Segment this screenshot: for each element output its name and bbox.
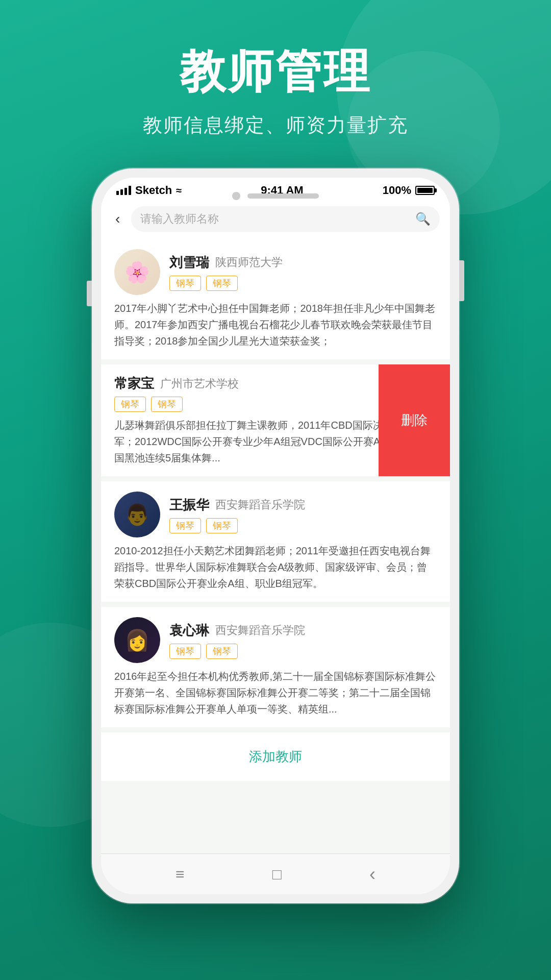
tag: 钢琴 — [151, 397, 183, 412]
teacher-info: 王振华 西安舞蹈音乐学院 钢琴 钢琴 — [169, 496, 437, 533]
search-bar: ‹ 请输入教师名称 🔍 — [101, 201, 450, 239]
battery-percent: 100% — [383, 184, 411, 197]
status-left: Sketch ≈ — [116, 184, 182, 197]
avatar: 👨 — [114, 492, 160, 537]
page-subtitle: 教师信息绑定、师资力量扩充 — [0, 112, 551, 138]
teacher-desc: 2016年起至今担任本机构优秀教师,第二十一届全国锦标赛国际标准舞公开赛第一名、… — [114, 668, 437, 717]
back-nav-icon[interactable]: ‹ — [369, 864, 375, 885]
delete-button[interactable]: 删除 — [379, 364, 450, 476]
battery-icon — [415, 186, 435, 195]
phone-outer: Sketch ≈ 9:41 AM 100% ‹ 请输入教师名称 🔍 — [92, 168, 459, 903]
teacher-school: 陕西师范大学 — [215, 255, 283, 270]
teacher-card-header: 🌸 刘雪瑞 陕西师范大学 钢琴 钢琴 — [114, 249, 437, 295]
teacher-name-row: 王振华 西安舞蹈音乐学院 — [169, 496, 437, 514]
tag: 钢琴 — [206, 276, 238, 291]
teacher-card: 常家宝 广州市艺术学校 钢琴 钢琴 儿瑟琳舞蹈俱乐部担任拉丁舞主课教师，2011… — [101, 364, 450, 476]
teacher-tags: 钢琴 钢琴 — [169, 276, 437, 291]
tag: 钢琴 — [169, 276, 201, 291]
teacher-name: 袁心琳 — [169, 622, 209, 640]
delete-label: 删除 — [401, 411, 428, 429]
signal-bar-1 — [116, 191, 119, 195]
phone-sensors — [232, 192, 319, 200]
teacher-name-row: 袁心琳 西安舞蹈音乐学院 — [169, 622, 437, 640]
phone-mockup: Sketch ≈ 9:41 AM 100% ‹ 请输入教师名称 🔍 — [92, 168, 459, 903]
avatar: 👩 — [114, 617, 160, 663]
phone-screen: Sketch ≈ 9:41 AM 100% ‹ 请输入教师名称 🔍 — [101, 178, 450, 894]
menu-icon[interactable]: ≡ — [176, 866, 185, 883]
page-header: 教师管理 教师信息绑定、师资力量扩充 — [0, 41, 551, 138]
teacher-school: 西安舞蹈音乐学院 — [215, 623, 305, 638]
phone-button-left — [87, 281, 92, 306]
search-input-wrap[interactable]: 请输入教师名称 🔍 — [131, 206, 440, 232]
teacher-name: 刘雪瑞 — [169, 254, 209, 272]
teacher-card: 🌸 刘雪瑞 陕西师范大学 钢琴 钢琴 — [101, 239, 450, 359]
signal-bar-2 — [120, 189, 123, 195]
teacher-school: 西安舞蹈音乐学院 — [215, 497, 305, 512]
teacher-name-row: 刘雪瑞 陕西师范大学 — [169, 254, 437, 272]
teacher-school: 广州市艺术学校 — [160, 376, 239, 391]
teacher-desc: 2010-2012担任小天鹅艺术团舞蹈老师；2011年受邀担任西安电视台舞蹈指导… — [114, 543, 437, 592]
wifi-icon: ≈ — [176, 185, 182, 197]
teacher-card-header: 👨 王振华 西安舞蹈音乐学院 钢琴 钢琴 — [114, 492, 437, 537]
sensor-bar — [247, 193, 319, 199]
teacher-card: 👩 袁心琳 西安舞蹈音乐学院 钢琴 钢琴 — [101, 607, 450, 727]
phone-button-right — [459, 260, 464, 301]
tag: 钢琴 — [206, 644, 238, 659]
tag: 钢琴 — [169, 518, 201, 533]
search-icon[interactable]: 🔍 — [415, 212, 431, 226]
teacher-name: 王振华 — [169, 496, 209, 514]
teacher-card: 👨 王振华 西安舞蹈音乐学院 钢琴 钢琴 — [101, 481, 450, 602]
content-area: 🌸 刘雪瑞 陕西师范大学 钢琴 钢琴 — [101, 239, 450, 894]
teacher-name: 常家宝 — [114, 375, 154, 393]
tag: 钢琴 — [169, 644, 201, 659]
tag: 钢琴 — [114, 397, 146, 412]
add-teacher-button[interactable]: 添加教师 — [249, 749, 302, 764]
signal-bars — [116, 186, 131, 195]
signal-bar-3 — [124, 188, 127, 195]
teacher-tags: 钢琴 钢琴 — [169, 644, 437, 659]
teacher-desc: 2017年小脚丫艺术中心担任中国舞老师；2018年担任非凡少年中国舞老师。201… — [114, 300, 437, 349]
bottom-nav: ≡ □ ‹ — [101, 853, 450, 894]
tag: 钢琴 — [206, 518, 238, 533]
sensor-dot — [232, 192, 240, 200]
avatar: 🌸 — [114, 249, 160, 295]
battery-fill — [417, 188, 433, 193]
home-icon[interactable]: □ — [272, 866, 282, 883]
teacher-tags: 钢琴 钢琴 — [169, 518, 437, 533]
add-teacher-row: 添加教师 — [101, 732, 450, 781]
status-right: 100% — [383, 184, 435, 197]
teacher-info: 刘雪瑞 陕西师范大学 钢琴 钢琴 — [169, 254, 437, 291]
teacher-card-header: 👩 袁心琳 西安舞蹈音乐学院 钢琴 钢琴 — [114, 617, 437, 663]
search-placeholder: 请输入教师名称 — [140, 211, 410, 227]
page-title: 教师管理 — [0, 41, 551, 103]
teacher-info: 袁心琳 西安舞蹈音乐学院 钢琴 钢琴 — [169, 622, 437, 659]
carrier-label: Sketch — [135, 184, 172, 197]
signal-bar-4 — [129, 186, 131, 195]
back-button[interactable]: ‹ — [111, 209, 124, 229]
